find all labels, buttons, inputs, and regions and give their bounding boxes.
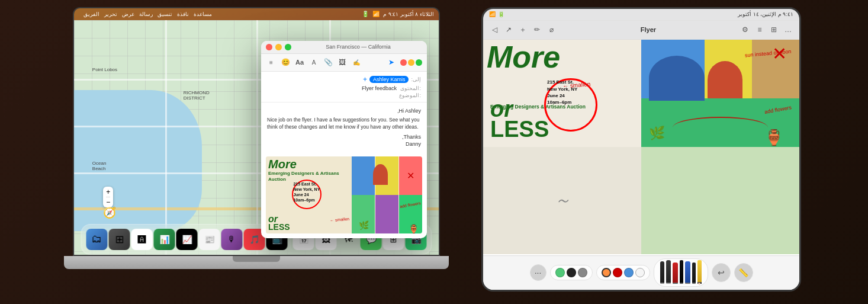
ruler-button[interactable]: 📏 xyxy=(734,263,753,282)
mail-toolbar: ≡ 😊 Aa A 📎 🖼 ✍ ➤ xyxy=(261,54,427,72)
battery-icon: 🔋 xyxy=(362,11,369,17)
desktop: الفريق تحرير عرض رسالة تنسيق نافذة مساعد… xyxy=(74,8,439,255)
pen-red[interactable] xyxy=(673,263,678,284)
plant-left: 🌿 xyxy=(649,126,665,141)
plus-icon[interactable]: + xyxy=(363,75,367,84)
maximize-btn-right[interactable] xyxy=(416,59,422,66)
close-btn-right[interactable] xyxy=(400,59,407,66)
dock-textedit[interactable]: 🅰 xyxy=(131,229,153,250)
menu-item-3[interactable]: عرض xyxy=(122,11,134,17)
dock-stocks[interactable]: 📈 xyxy=(176,229,198,250)
dock-podcasts[interactable]: 🎙 xyxy=(221,229,243,250)
photo-icon[interactable]: 🖼 xyxy=(337,57,348,68)
color-green-dot[interactable] xyxy=(555,268,565,277)
color-orange-dot[interactable] xyxy=(602,268,611,277)
annotation-arrow-left: ← xyxy=(562,82,568,89)
undo-button[interactable]: ↩ xyxy=(712,263,731,282)
pen-dark-1[interactable] xyxy=(660,261,664,284)
ipad-app-toolbar: ◁ ↗ ＋ ✏ ⌀ Flyer ⚙ ≡ ⊞ … xyxy=(483,21,799,40)
undo-icon: ↩ xyxy=(718,268,725,277)
q3-content: ～ xyxy=(483,147,641,254)
menu-item-1[interactable]: الفريق xyxy=(83,11,99,17)
list-icon[interactable]: ≡ xyxy=(754,24,765,35)
toolbar-right: ⚙ ≡ ⊞ … xyxy=(740,24,793,35)
pencil-icon[interactable]: ✏ xyxy=(532,24,542,35)
pen-thin[interactable] xyxy=(692,263,696,284)
mail-body: Hi Ashley, Nice job on the flyer. I have… xyxy=(261,103,427,153)
signature-icon[interactable]: ✍ xyxy=(351,57,362,68)
macbook-body xyxy=(64,256,449,269)
menu-item-4[interactable]: رسالة xyxy=(139,11,153,17)
q4-content xyxy=(641,147,799,254)
ipad-status-icons: 📶 🔋 xyxy=(489,11,504,17)
menu-item-5[interactable]: تنسيق xyxy=(157,11,172,17)
flyer-q2: ✕ 🌿 🏺 sun instead of noon add flowers xyxy=(641,40,799,147)
lasso-icon[interactable]: ⌀ xyxy=(546,24,557,35)
mail-flyer-preview: More Emerging Designers & Artisans Aucti… xyxy=(266,156,422,233)
minimize-btn-right[interactable] xyxy=(408,59,414,66)
dock-launchpad[interactable]: ⊞ xyxy=(109,229,130,250)
map-label-richmond: RICHMONDDISTRICT xyxy=(184,90,210,101)
color-white-dot[interactable] xyxy=(635,268,645,277)
zoom-in-button[interactable]: + xyxy=(106,188,110,196)
font-icon[interactable]: Aa xyxy=(294,57,305,68)
dock-finder[interactable]: 🗂 xyxy=(86,229,108,250)
map-label-ocean: OceanBeach xyxy=(92,161,107,171)
body-sender: Danny xyxy=(267,140,421,148)
color-blue-dot[interactable] xyxy=(624,268,634,277)
attach-icon[interactable]: 📎 xyxy=(323,57,333,68)
ipad-battery-icon: 🔋 xyxy=(498,11,504,17)
settings-icon[interactable]: ⚙ xyxy=(740,24,751,35)
flyer-or-less: or LESS xyxy=(490,99,549,139)
color-palette-group-1[interactable] xyxy=(550,265,593,280)
mail-subject-field[interactable]: :المحتوى Flyer feedback xyxy=(267,85,421,91)
more-icon[interactable]: … xyxy=(783,24,793,35)
grid-icon[interactable]: ⊞ xyxy=(769,24,779,35)
pencil[interactable] xyxy=(697,260,702,284)
send-icon[interactable]: ➤ xyxy=(386,57,397,68)
menu-item-7[interactable]: مساعدة xyxy=(194,11,212,17)
dock-numbers[interactable]: 📊 xyxy=(154,229,175,250)
pens-group[interactable] xyxy=(654,258,708,287)
ipad-drawing-toolbar[interactable]: ··· xyxy=(483,255,799,290)
subject-row-2: :الموضوع xyxy=(267,92,421,98)
zoom-out-button[interactable]: − xyxy=(106,198,110,206)
emoji-icon[interactable]: 😊 xyxy=(280,57,291,68)
recipient-tag[interactable]: Ashley Kamis xyxy=(369,76,409,83)
dock-news[interactable]: 📰 xyxy=(199,229,220,250)
toolbar-title-text: Flyer xyxy=(641,26,656,33)
close-button[interactable] xyxy=(266,44,272,50)
pen-black-thin[interactable] xyxy=(680,260,683,284)
minimize-button[interactable] xyxy=(275,44,282,50)
ipad-statusbar: ٩:٤١ م الإثنين، ١٤ أكتوبر 📶 🔋 xyxy=(483,9,799,21)
macbook: الفريق تحرير عرض رسالة تنسيق نافذة مساعد… xyxy=(55,7,458,297)
add-icon[interactable]: ＋ xyxy=(517,24,528,35)
flyer-or-less-small: or LESS xyxy=(268,215,290,231)
color-red-dot[interactable] xyxy=(613,268,622,277)
pen-blue[interactable] xyxy=(685,261,690,284)
format-icon[interactable]: ≡ xyxy=(266,57,277,68)
menubar-time: الثلاثاء ٨ أكتوبر ٩:٤١ م xyxy=(383,11,434,17)
menu-item-2[interactable]: تحرير xyxy=(104,11,117,17)
map-zoom-controls[interactable]: + − xyxy=(103,187,113,207)
mail-to-field[interactable]: إلى: Ashley Kamis + xyxy=(267,75,421,84)
color-black-dot[interactable] xyxy=(567,268,576,277)
compass-icon: 🧭 xyxy=(103,206,116,219)
vase-icon-small: 🏺 xyxy=(409,224,419,233)
color-gray-dot[interactable] xyxy=(578,268,587,277)
flyer-less-small: LESS xyxy=(268,223,290,231)
menu-item-6[interactable]: نافذة xyxy=(177,11,189,17)
mail-compose-window[interactable]: San Francisco — California ≡ 😊 Aa A 📎 🖼 … xyxy=(261,41,427,239)
color-palette-group-2[interactable] xyxy=(596,265,650,280)
text-format-icon[interactable]: A xyxy=(308,57,319,68)
more-options-button[interactable]: ··· xyxy=(530,264,546,281)
menubar-left: الفريق تحرير عرض رسالة تنسيق نافذة مساعد… xyxy=(79,11,212,17)
back-button[interactable]: ◁ xyxy=(489,24,500,35)
hours-small: 10am–6pm xyxy=(293,198,314,202)
pen-dark-2[interactable] xyxy=(666,260,671,284)
flyer-more: More xyxy=(487,43,638,71)
flyer-q1: More Emerging Designers & Artisans Aucti… xyxy=(483,40,641,147)
maximize-button[interactable] xyxy=(285,44,291,50)
toolbar-title: Flyer xyxy=(641,26,656,33)
share-icon[interactable]: ↗ xyxy=(503,24,514,35)
